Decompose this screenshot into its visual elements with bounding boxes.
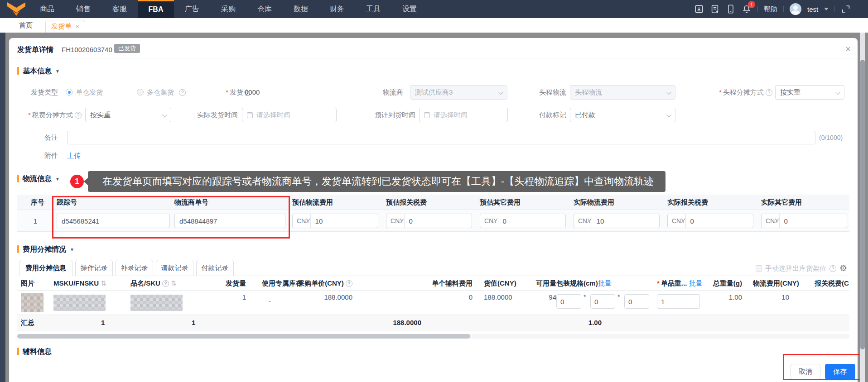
first-leg-select[interactable]: 头程物流: [570, 85, 675, 100]
menu-item-products[interactable]: 商品: [29, 0, 65, 18]
section-collapse-icon[interactable]: ▼: [55, 67, 60, 76]
menu-item-finance[interactable]: 财务: [319, 0, 355, 18]
section-bar: [17, 348, 19, 355]
payment-select[interactable]: 已付款: [570, 108, 675, 122]
currency-select[interactable]: CNY: [762, 214, 780, 228]
dim-width-input[interactable]: [590, 294, 615, 309]
question-icon[interactable]: ?: [162, 280, 169, 287]
gear-icon[interactable]: ⚙: [839, 264, 847, 273]
user-menu-caret-icon[interactable]: [824, 8, 829, 10]
unit-weight-input[interactable]: [657, 294, 700, 309]
radio-multi-label: 多仓集货: [147, 88, 174, 96]
fee-group-est-customs: CNY: [386, 214, 472, 228]
currency-select[interactable]: CNY: [293, 214, 311, 228]
vertical-scroll-thumb[interactable]: [860, 60, 865, 349]
app-logo-icon[interactable]: [6, 2, 26, 16]
chevron-down-icon: [835, 90, 840, 95]
menu-item-purchase[interactable]: 采购: [210, 0, 246, 18]
save-button[interactable]: 保存: [825, 364, 855, 379]
dims-batch-link[interactable]: 批量: [598, 279, 612, 287]
menu-item-fba[interactable]: FBA: [138, 0, 174, 18]
task-list-icon[interactable]: [710, 4, 720, 14]
currency-select[interactable]: CNY: [480, 214, 498, 228]
dim-height-input[interactable]: [624, 294, 649, 309]
sort-icon[interactable]: ⇅: [101, 279, 106, 287]
col-carrier-no: 物流商单号: [174, 195, 208, 210]
section-collapse-icon[interactable]: ▼: [70, 246, 74, 254]
carrier-select[interactable]: 测试供应商3: [410, 85, 507, 100]
question-icon[interactable]: ?: [766, 89, 772, 96]
col-available: 可用量: [525, 276, 556, 291]
question-icon[interactable]: ?: [179, 89, 186, 96]
download-icon[interactable]: [694, 4, 704, 14]
manual-shelf-label: 手动选择出库货架位: [765, 264, 826, 273]
nav-divider: [757, 6, 758, 12]
sort-icon[interactable]: ⇅: [171, 279, 177, 287]
chevron-down-icon: [162, 112, 167, 117]
question-icon[interactable]: ?: [346, 280, 352, 287]
menu-item-ads[interactable]: 广告: [174, 0, 210, 18]
fee-input[interactable]: [780, 214, 868, 228]
dim-length-input[interactable]: [556, 294, 581, 309]
radio-single-warehouse[interactable]: 单仓发货: [66, 85, 103, 100]
navbar-right: 1 帮助 test: [694, 0, 851, 18]
step-badge: 1: [70, 175, 84, 188]
tab-cost-allocation[interactable]: 费用分摊信息: [19, 260, 72, 276]
tab-payment-log[interactable]: 付款记录: [196, 260, 234, 276]
eta-input[interactable]: 请选择时间: [419, 108, 508, 122]
tab-payment-request-log[interactable]: 请款记录: [156, 260, 193, 276]
leg-split-select[interactable]: 按实重: [775, 85, 844, 100]
weight-batch-link[interactable]: 批量: [689, 279, 703, 287]
row-index: 1: [34, 217, 37, 226]
section-bar: [17, 245, 19, 253]
upload-link[interactable]: 上传: [67, 151, 81, 160]
radio-multi-warehouse[interactable]: 多仓集货 ?: [137, 85, 186, 100]
menu-item-sales[interactable]: 销售: [65, 0, 101, 18]
menu-item-data[interactable]: 数据: [283, 0, 319, 18]
tab-supplement-log[interactable]: 补录记录: [116, 260, 153, 276]
leg-split-label: *头程分摊方式 ?: [688, 85, 772, 100]
fullscreen-icon[interactable]: [841, 4, 851, 14]
username-label[interactable]: test: [807, 5, 818, 13]
cost-table-row: 1 - 188.0000 0 188.0000 94 * * 1.00 10: [17, 291, 849, 315]
tax-split-select[interactable]: 按实重: [85, 108, 171, 122]
modal-close-icon[interactable]: ×: [843, 43, 854, 54]
menu-item-service[interactable]: 客服: [101, 0, 138, 18]
mobile-icon[interactable]: [726, 4, 736, 14]
question-icon[interactable]: ?: [75, 112, 82, 119]
notification-badge: 1: [748, 1, 755, 8]
remark-label: 备注: [18, 130, 58, 145]
backdrop-left-strip: [0, 33, 5, 382]
horizontal-scroll-thumb[interactable]: [17, 334, 470, 339]
vertical-scrollbar[interactable]: [860, 33, 865, 382]
tab-close-icon[interactable]: ×: [76, 24, 79, 29]
ship-time-input[interactable]: 请选择时间: [242, 108, 337, 122]
product-image-censored: [21, 293, 43, 312]
tab-shipment-order[interactable]: 发货单 ×: [45, 20, 85, 33]
menu-item-tools[interactable]: 工具: [355, 0, 391, 18]
col-total-weight: 总重量(g): [706, 276, 742, 291]
first-leg-value: 头程物流: [575, 88, 602, 96]
tracking-no-input[interactable]: [57, 214, 170, 228]
carrier-label: 物流商: [358, 85, 403, 100]
cancel-button[interactable]: 取消: [791, 364, 820, 379]
horizontal-scrollbar[interactable]: [17, 334, 849, 339]
currency-select[interactable]: CNY: [668, 214, 686, 228]
carrier-no-input[interactable]: [174, 214, 285, 228]
dedicated-value: -: [269, 296, 271, 306]
remark-input[interactable]: [67, 131, 815, 144]
tab-operation-log[interactable]: 操作记录: [75, 260, 113, 276]
section-collapse-icon[interactable]: ▼: [55, 175, 60, 183]
user-avatar[interactable]: [790, 3, 801, 15]
help-link[interactable]: 帮助: [764, 5, 777, 14]
menu-item-warehouse[interactable]: 仓库: [246, 0, 283, 18]
menu-item-settings[interactable]: 设置: [391, 0, 428, 18]
question-icon[interactable]: ?: [829, 265, 836, 272]
tab-home[interactable]: 首页: [19, 18, 33, 33]
fee-group-actual-logistics: CNY: [574, 214, 660, 228]
manual-shelf-checkbox[interactable]: [756, 265, 762, 272]
notifications-bell-icon[interactable]: 1: [742, 4, 752, 14]
currency-select[interactable]: CNY: [386, 214, 405, 228]
currency-select[interactable]: CNY: [574, 214, 592, 228]
main-menu: 商品 销售 客服 FBA 广告 采购 仓库 数据 财务 工具 设置: [29, 0, 428, 18]
